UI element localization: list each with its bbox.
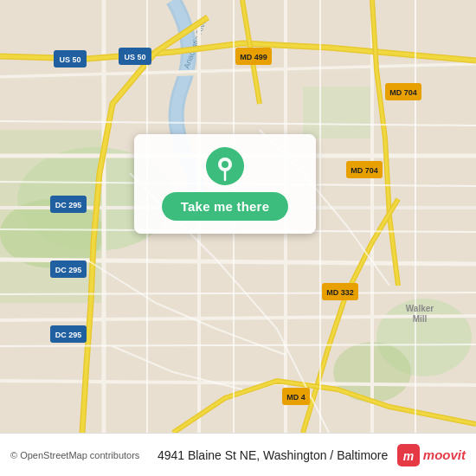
location-pin-icon	[206, 147, 244, 185]
svg-point-52	[222, 161, 228, 168]
moovit-icon: m	[397, 444, 420, 466]
moovit-logo: m moovit	[397, 444, 466, 466]
bottom-bar: © OpenStreetMap contributors 4941 Blaine…	[0, 433, 476, 476]
address-text: 4941 Blaine St NE, Washington / Baltimor…	[148, 448, 396, 462]
map-container: Anacostia River	[0, 0, 476, 433]
svg-text:US 50: US 50	[124, 53, 145, 61]
svg-text:DC 295: DC 295	[55, 331, 82, 339]
svg-text:US 50: US 50	[59, 55, 80, 64]
svg-rect-6	[303, 87, 372, 138]
svg-text:DC 295: DC 295	[55, 266, 82, 274]
svg-text:MD 704: MD 704	[389, 88, 417, 97]
svg-text:MD 704: MD 704	[351, 166, 378, 175]
svg-text:DC 295: DC 295	[55, 201, 82, 209]
svg-text:MD 499: MD 499	[240, 53, 267, 61]
copyright-text: © OpenStreetMap contributors	[10, 450, 139, 460]
svg-text:Mill: Mill	[413, 314, 428, 324]
moovit-text: moovit	[423, 447, 466, 462]
svg-text:MD 332: MD 332	[326, 288, 354, 297]
svg-text:MD 4: MD 4	[286, 393, 306, 402]
svg-text:Walker: Walker	[406, 304, 434, 313]
svg-text:m: m	[403, 449, 414, 463]
take-me-there-button[interactable]: Take me there	[162, 192, 288, 221]
popup-card: Take me there	[134, 134, 316, 234]
